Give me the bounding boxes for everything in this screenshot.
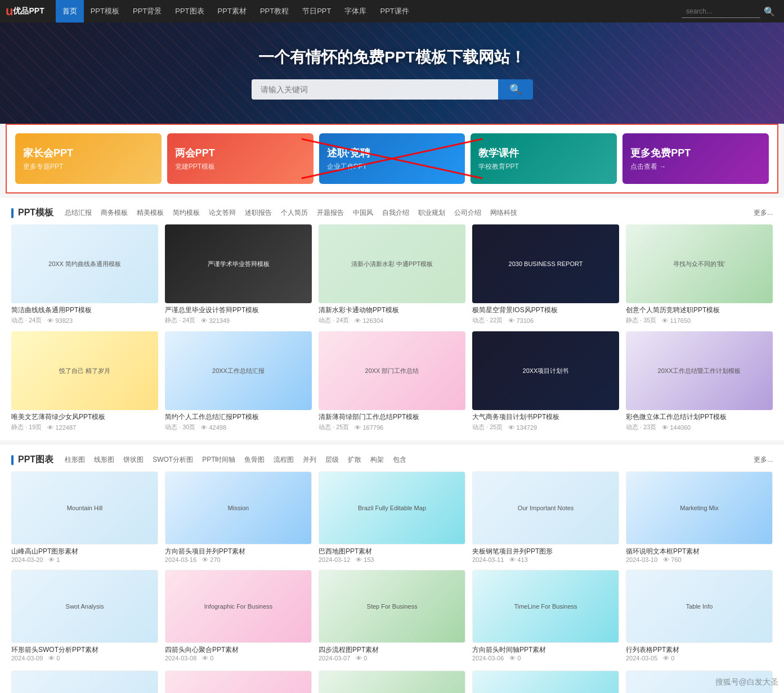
ppt-tab[interactable]: 述职报告 [245,208,272,218]
ppt-tab[interactable]: 开题报告 [317,208,344,218]
ppt-tab[interactable]: 中国风 [353,208,373,218]
chart-item[interactable]: Brazil Fully Editable Map 巴西地图PPT素材 2024… [319,471,465,563]
chart-tab[interactable]: 流程图 [274,455,294,465]
chart-item[interactable]: Table Info 行列表格PPT素材 2024-03-05 👁 0 [626,570,773,662]
banner-card-title: 述职·竞聘 [327,146,458,160]
template-item[interactable]: 20XX工作总结汇报 简约个人工作总结汇报PPT模板 动态 · 30页 👁 42… [165,331,312,431]
chart-meta: 2024-03-09 👁 0 [11,655,158,662]
chart-views: 👁 413 [509,556,527,563]
chart-item[interactable]: Infographic For Business 四箭头向心聚合PPT素材 20… [165,570,312,662]
ppt-tab[interactable]: 职业规划 [418,208,445,218]
template-item[interactable]: 寻找与众不同的'我' 创意个人简历竞聘述职PPT模板 静态 · 35页 👁 11… [626,224,773,325]
chart-views: 👁 1 [48,556,60,563]
chart-thumb-label: TimeLine For Business [510,600,580,613]
chart-item[interactable]: Mission 方向箭头项目并列PPT素材 2024-03-16 👁 270 [165,471,312,563]
chart-tab[interactable]: 鱼骨图 [244,455,265,465]
chart-tab[interactable]: PPT时间轴 [202,455,235,465]
ppt-tab[interactable]: 商务模板 [101,208,128,218]
banner-card[interactable]: 家长会PPT更多专题PPT [15,133,162,184]
chart-views: 👁 0 [356,655,367,662]
chart-tab[interactable]: 层级 [325,455,339,465]
chart-item[interactable]: Marketing Mix 循环说明文本框PPT素材 2024-03-10 👁 … [626,471,773,563]
chart-thumb-label: Step For Business [364,600,421,613]
template-item[interactable]: 悦了自己 精了岁月 唯美文艺薄荷绿少女风PPT模板 静态 · 19页 👁 122… [11,331,158,431]
chart-meta: 2024-03-06 👁 0 [472,655,619,662]
chart-meta: 2024-03-08 👁 0 [165,655,312,662]
chart-item[interactable]: Our Important Notes 夹板钢笔项目并列PPT图形 2024-0… [472,471,619,563]
chart-item[interactable]: Swot Analysis 环形箭头SWOT分析PPT素材 2024-03-09… [11,570,158,662]
template-item[interactable]: 严谨学术毕业答辩模板 严谨总里毕业设计答辩PPT模板 静态 · 24页 👁 32… [165,224,312,325]
template-item[interactable]: 清新小清新水彩 中通PPT模板 清新水彩卡通动物PPT模板 动态 · 24页 👁… [319,224,465,325]
nav-search-input[interactable] [682,5,760,18]
chart-date: 2024-03-06 [472,655,504,662]
template-thumb: 20XX工作总结汇报 [165,331,312,410]
nav-link[interactable]: PPT素材 [211,0,253,22]
nav-search-button[interactable]: 🔍 [760,6,778,17]
chart-item[interactable]: Infographic For Business 四箭头向心聚合PPT素材 [165,670,312,693]
chart-tab[interactable]: SWOT分析图 [153,455,193,465]
nav-link[interactable]: PPT课件 [373,0,415,22]
nav-link[interactable]: 节日PPT [295,0,338,22]
chart-item[interactable]: Step For Business 四步流程图PPT素材 [319,670,465,693]
logo[interactable]: u 优品PPT [6,4,44,19]
ppt-tab[interactable]: 个人简历 [281,208,308,218]
chart-tab[interactable]: 并列 [303,455,316,465]
ppt-tab[interactable]: 论文答辩 [209,208,236,218]
chart-item[interactable]: TimeLine For Business 方向箭头时间轴PPT素材 2024-… [472,570,619,662]
template-thumb: 清新小清新水彩 中通PPT模板 [319,224,465,303]
chart-more-link[interactable]: 更多... [754,455,773,465]
banner-card[interactable]: 更多免费PPT点击查看 → [622,133,769,184]
banner-card[interactable]: 教学课件学校教育PPT [471,133,617,184]
template-item[interactable]: 2030 BUSINESS REPORT 极简星空背景IOS风PPT模板 动态 … [472,224,619,325]
nav-link[interactable]: PPT教程 [253,0,295,22]
template-views: 👁 122487 [47,424,76,431]
nav-link[interactable]: 字体库 [338,0,373,22]
template-views: 👁 144060 [662,424,691,431]
template-item[interactable]: 20XX工作总结暨工作计划模板 彩色微立体工作总结计划PPT模板 动态 · 23… [626,331,773,431]
chart-tab[interactable]: 柱形图 [65,455,85,465]
hero-search-input[interactable] [252,79,498,100]
chart-tab[interactable]: 构架 [370,455,384,465]
chart-item[interactable]: Step For Business 四步流程图PPT素材 2024-03-07 … [319,570,465,662]
chart-views: 👁 270 [202,556,220,563]
chart-tab[interactable]: 线形图 [94,455,114,465]
nav-link[interactable]: PPT模板 [84,0,126,22]
chart-tab[interactable]: 饼状图 [123,455,144,465]
template-item[interactable]: 20XX 简约曲线条通用模板 简洁曲线线条通用PPT模板 动态 · 24页 👁 … [11,224,158,325]
template-thumb: 2030 BUSINESS REPORT [472,224,619,303]
banner-card-title: 更多免费PPT [630,146,761,160]
nav-link[interactable]: 首页 [56,0,84,22]
hero-search-button[interactable]: 🔍 [498,79,533,100]
template-meta: 动态 · 30页 👁 42498 [165,423,312,431]
chart-item[interactable]: Mountain Hill 山峰高山PPT图形素材 2024-03-20 👁 1 [11,471,158,563]
ppt-tab[interactable]: 简约模板 [173,208,200,218]
template-meta: 静态 · 24页 👁 321349 [165,316,312,325]
chart-thumb-label: Mission [225,501,252,515]
ppt-tab[interactable]: 总结汇报 [65,208,92,218]
template-name: 简约个人工作总结汇报PPT模板 [165,412,312,422]
banner-card-title: 教学课件 [478,146,609,160]
chart-meta: 2024-03-16 👁 270 [165,556,312,563]
ppt-tab[interactable]: 网络科技 [490,208,517,218]
chart-tab[interactable]: 包含 [393,455,406,465]
nav-link[interactable]: PPT背景 [126,0,168,22]
template-item[interactable]: 20XX 部门工作总结 清新薄荷绿部门工作总结PPT模板 动态 · 25页 👁 … [319,331,465,431]
chart-views: 👁 760 [663,556,681,563]
chart-thumb-label: Infographic For Business [201,600,276,613]
chart-tab[interactable]: 扩散 [348,455,361,465]
ppt-tab[interactable]: 公司介绍 [454,208,481,218]
banner-card[interactable]: 述职·竞聘企业工作PPT [319,133,465,184]
chart-item[interactable]: Swot Analysis 环形箭头SWOT分析PPT素材 [11,670,158,693]
nav-link[interactable]: PPT图表 [168,0,210,22]
chart-views: 👁 153 [356,556,374,563]
template-pages: 静态 · 35页 [626,316,656,325]
chart-item[interactable]: TimeLine For Business 方向箭头时间轴PPT素材 [472,670,619,693]
chart-section-title: PPT图表 [18,454,53,466]
ppt-tab[interactable]: 精美模板 [137,208,164,218]
ppt-tab[interactable]: 自我介绍 [382,208,409,218]
nav-search-wrap: 🔍 [682,5,778,18]
template-pages: 动态 · 30页 [165,423,195,431]
banner-card[interactable]: 两会PPT党建PPT模板 [167,133,313,184]
ppt-more-link[interactable]: 更多... [754,208,773,218]
template-item[interactable]: 20XX项目计划书 大气商务项目计划书PPT模板 动态 · 25页 👁 1347… [472,331,619,431]
